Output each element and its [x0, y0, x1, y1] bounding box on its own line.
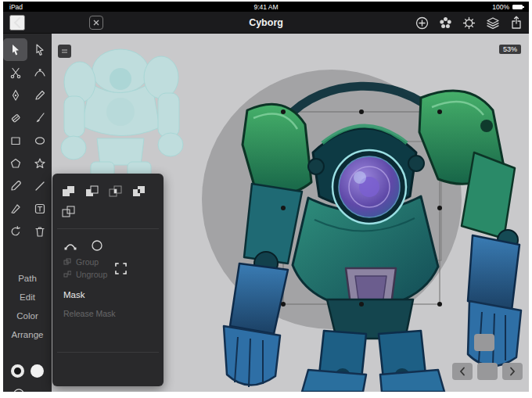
- pages-button[interactable]: [477, 363, 498, 380]
- exclude-icon: [131, 185, 147, 199]
- layers-icon: [486, 16, 500, 30]
- eraser-tool[interactable]: [3, 106, 27, 129]
- knife-icon: [9, 203, 22, 215]
- zoom-level-badge: 53%: [499, 45, 521, 54]
- star-tool[interactable]: [27, 152, 52, 174]
- select-tool[interactable]: [3, 38, 27, 61]
- divide-icon: [61, 205, 77, 219]
- circle-outline-icon: [91, 239, 103, 252]
- polygon-tool[interactable]: [3, 152, 27, 174]
- outline-stroke-button[interactable]: [88, 237, 106, 254]
- scissors-icon: [9, 66, 22, 79]
- unite-button[interactable]: [59, 183, 79, 200]
- ungroup-item: Ungroup: [52, 267, 164, 279]
- knife-tool[interactable]: [3, 197, 27, 220]
- path-popover: Group Ungroup Mask Release Mask: [52, 174, 164, 386]
- gear-icon: [462, 16, 476, 30]
- text-style-icon[interactable]: T: [36, 390, 42, 393]
- stroke-swatch[interactable]: [11, 364, 24, 378]
- ellipse-icon: [34, 134, 46, 147]
- pencil-icon: [34, 89, 46, 102]
- close-icon: [93, 20, 99, 26]
- canvas-extra-button[interactable]: [474, 334, 494, 351]
- chevron-left-icon: [13, 16, 21, 29]
- subtract-button[interactable]: [82, 183, 102, 200]
- brush-icon: [34, 112, 46, 124]
- back-button[interactable]: [9, 15, 25, 30]
- popover-divider-2: [57, 352, 159, 353]
- close-panel-button[interactable]: [89, 16, 103, 30]
- pencil-tool[interactable]: [27, 84, 52, 106]
- polygon-icon: [9, 157, 22, 170]
- rotate-icon: [9, 225, 22, 238]
- rectangle-icon: [9, 134, 22, 147]
- canvas-corner-button[interactable]: [58, 45, 71, 58]
- line-icon: [34, 180, 46, 192]
- device-frame: iPad 9:41 AM 100% Cyborg: [0, 0, 532, 398]
- tool-sidebar: Path Edit Color Arrange T: [3, 34, 52, 392]
- next-button[interactable]: [502, 363, 523, 380]
- group-icon: [63, 258, 71, 266]
- expand-icon[interactable]: [115, 263, 127, 278]
- release-mask-item: Release Mask: [52, 299, 164, 318]
- plus-circle-icon: [415, 16, 429, 30]
- mask-item[interactable]: Mask: [52, 279, 164, 299]
- intersect-icon: [108, 185, 124, 199]
- battery-icon: [512, 5, 523, 9]
- cursor-icon: [9, 44, 22, 56]
- group-item: Group: [52, 254, 164, 267]
- unite-icon: [61, 185, 77, 199]
- inspector-menu: Path Edit Color Arrange: [3, 269, 52, 344]
- join-button[interactable]: [62, 237, 79, 254]
- trash-icon: [34, 225, 46, 238]
- gradient-icon[interactable]: [13, 388, 25, 392]
- appearance-button[interactable]: [439, 16, 452, 30]
- layers-button[interactable]: [486, 16, 500, 30]
- exclude-button[interactable]: [129, 183, 149, 200]
- flower-icon: [439, 16, 452, 30]
- status-bar: iPad 9:41 AM 100%: [3, 2, 529, 12]
- eyedropper-tool[interactable]: [3, 174, 27, 197]
- star-icon: [34, 157, 46, 170]
- line-tool[interactable]: [27, 174, 52, 197]
- status-device: iPad: [9, 3, 23, 11]
- fill-swatch[interactable]: [31, 364, 44, 378]
- scissors-tool[interactable]: [3, 61, 27, 84]
- eyedropper-icon: [9, 180, 22, 192]
- rotate-tool[interactable]: [3, 220, 27, 242]
- trash-tool[interactable]: [27, 220, 52, 242]
- text-box-icon: [34, 203, 46, 215]
- chevron-right-icon: [509, 367, 516, 376]
- divide-button[interactable]: [59, 203, 79, 221]
- subtract-icon: [84, 185, 100, 199]
- settings-button[interactable]: [462, 16, 476, 30]
- eraser-icon: [9, 112, 22, 124]
- sidebar-item-edit[interactable]: Edit: [3, 288, 52, 307]
- app-screen: iPad 9:41 AM 100% Cyborg: [3, 2, 529, 392]
- add-button[interactable]: [415, 16, 429, 30]
- intersect-button[interactable]: [106, 183, 126, 200]
- text-tool[interactable]: [27, 197, 52, 220]
- sidebar-item-color[interactable]: Color: [3, 307, 52, 325]
- ghost-robot[interactable]: [61, 49, 183, 177]
- pen-nib-icon: [9, 89, 22, 102]
- sidebar-item-arrange[interactable]: Arrange: [3, 325, 52, 344]
- join-icon: [63, 239, 77, 252]
- rectangle-tool[interactable]: [3, 129, 27, 152]
- pen-tool[interactable]: [3, 84, 27, 106]
- prev-button[interactable]: [452, 363, 473, 380]
- bezier-pen-tool[interactable]: [27, 61, 52, 84]
- direct-select-tool[interactable]: [27, 38, 52, 61]
- brush-tool[interactable]: [27, 106, 52, 129]
- status-time: 9:41 AM: [253, 3, 278, 11]
- chevron-left-icon: [459, 367, 466, 376]
- ungroup-icon: [63, 271, 71, 278]
- share-button[interactable]: [510, 16, 523, 30]
- bezier-curve-icon: [34, 66, 46, 79]
- share-icon: [510, 16, 523, 30]
- sidebar-item-path[interactable]: Path: [3, 269, 52, 288]
- nav-bar: Cyborg: [3, 12, 529, 34]
- cursor-outline-icon: [34, 44, 46, 56]
- status-battery-percent: 100%: [492, 3, 509, 11]
- ellipse-tool[interactable]: [27, 129, 52, 152]
